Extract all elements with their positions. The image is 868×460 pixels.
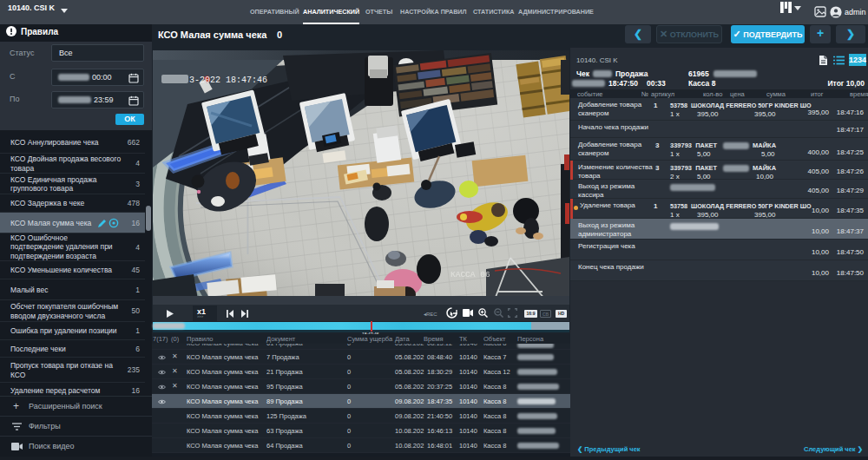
svg-text:КАССА 06: КАССА 06 bbox=[450, 270, 490, 279]
svg-text:3-2022 18:47:46: 3-2022 18:47:46 bbox=[189, 76, 267, 85]
